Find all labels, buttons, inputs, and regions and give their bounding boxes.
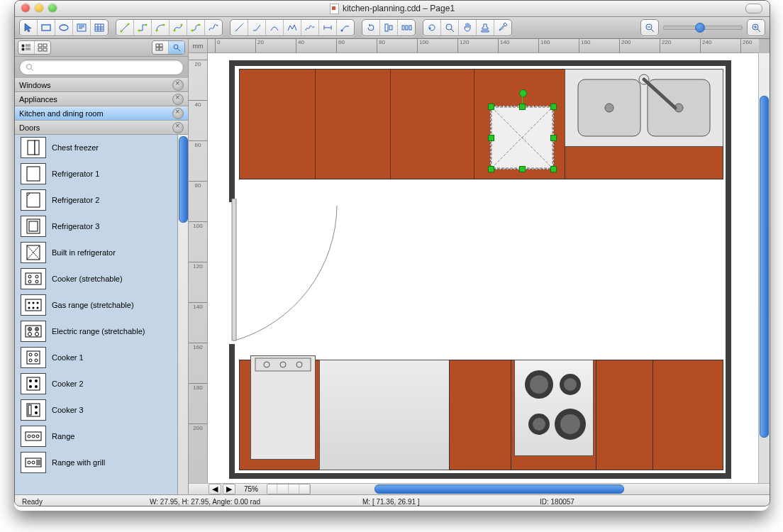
- wall-left-lower[interactable]: [229, 344, 235, 479]
- library-item[interactable]: Refrigerator 1: [15, 161, 177, 187]
- stamp-tool[interactable]: [477, 20, 494, 35]
- wall-right[interactable]: [726, 60, 731, 479]
- library-item[interactable]: Cooker 1: [15, 345, 177, 371]
- appliance-bottom-left[interactable]: [250, 355, 316, 460]
- cabinet-bottom-5[interactable]: [652, 360, 723, 470]
- library-item[interactable]: Chest freezer: [15, 135, 177, 161]
- text-tool[interactable]: [73, 20, 91, 35]
- page-tabs[interactable]: [267, 484, 311, 494]
- library-item[interactable]: Range with grill: [15, 450, 177, 476]
- ellipse-tool[interactable]: [55, 20, 73, 35]
- resize-handle-w[interactable]: [488, 135, 494, 141]
- list-view-icon[interactable]: [18, 41, 35, 54]
- library-scroll-thumb[interactable]: [179, 136, 188, 223]
- resize-handle-n[interactable]: [519, 104, 526, 110]
- large-icons-view-icon[interactable]: [35, 41, 50, 54]
- resize-handle-s[interactable]: [519, 166, 526, 172]
- library-item[interactable]: Gas range (stretchable): [15, 292, 177, 318]
- minimize-button[interactable]: [35, 4, 43, 12]
- smart-connector-tool[interactable]: [134, 20, 152, 35]
- library-item[interactable]: Refrigerator 3: [15, 214, 177, 240]
- wall-bottom[interactable]: [229, 473, 731, 479]
- arc-connector-tool[interactable]: [152, 20, 170, 35]
- prev-page-button[interactable]: ◀: [209, 484, 221, 494]
- category-doors[interactable]: Doors: [15, 121, 188, 135]
- pan-tool[interactable]: [459, 20, 477, 35]
- sink-counter[interactable]: [565, 69, 723, 147]
- library-item[interactable]: Electric range (stretchable): [15, 318, 177, 345]
- eyedropper-tool[interactable]: [494, 20, 511, 35]
- pointer-tool[interactable]: [20, 20, 38, 35]
- library-item[interactable]: Range: [15, 423, 177, 450]
- zoom-out-button[interactable]: [641, 20, 658, 35]
- library-item[interactable]: Cooker 3: [15, 397, 177, 423]
- library-search[interactable]: [19, 60, 184, 75]
- vscroll-thumb[interactable]: [760, 96, 769, 438]
- direct-connector-tool[interactable]: [116, 20, 134, 35]
- wall-left-upper[interactable]: [229, 60, 235, 202]
- close-button[interactable]: [21, 4, 30, 12]
- round-connector-tool[interactable]: [187, 20, 205, 35]
- angled-line-tool[interactable]: [248, 20, 266, 35]
- rotate-tool[interactable]: [362, 20, 380, 35]
- zoom-level-label[interactable]: 75%: [235, 485, 267, 493]
- next-page-button[interactable]: ▶: [223, 484, 235, 494]
- category-appliances[interactable]: Appliances: [15, 92, 188, 106]
- category-kitchen-dining[interactable]: Kitchen and dining room: [15, 106, 188, 121]
- library-view-switch-right[interactable]: [152, 40, 185, 55]
- svg-rect-3: [95, 24, 104, 31]
- canvas-vertical-scrollbar[interactable]: [758, 53, 770, 483]
- library-item[interactable]: Cooker (stretchable): [15, 266, 177, 292]
- hscroll-thumb[interactable]: [374, 484, 624, 494]
- cabinet-bottom-2[interactable]: [449, 360, 512, 470]
- search-view-icon[interactable]: [169, 41, 184, 54]
- window-title: kitchen-planning.cdd – Page1: [15, 4, 770, 14]
- library-item[interactable]: Built in refrigerator: [15, 240, 177, 266]
- selected-object[interactable]: [490, 106, 554, 170]
- counter-bottom-center[interactable]: [319, 360, 450, 470]
- cooktop[interactable]: [514, 360, 594, 456]
- dimension-tool[interactable]: [319, 20, 337, 35]
- bezier-connector-tool[interactable]: [170, 20, 187, 35]
- freehand-tool[interactable]: [301, 20, 319, 35]
- category-windows[interactable]: Windows: [15, 78, 188, 92]
- library-item[interactable]: Cooker 2: [15, 371, 177, 397]
- category-close-icon[interactable]: [172, 122, 184, 133]
- wall-top[interactable]: [229, 60, 731, 66]
- resize-handle-se[interactable]: [550, 166, 557, 172]
- resize-handle-nw[interactable]: [488, 104, 494, 110]
- zoom-in-button[interactable]: [748, 20, 765, 35]
- resize-handle-e[interactable]: [550, 135, 557, 141]
- table-tool[interactable]: [91, 20, 108, 35]
- toolbar-toggle-button[interactable]: [745, 4, 762, 13]
- spline-tool[interactable]: [205, 20, 222, 35]
- door-swing[interactable]: [231, 199, 344, 348]
- library-scrollbar[interactable]: [178, 135, 188, 494]
- category-close-icon[interactable]: [172, 108, 184, 119]
- line-tool[interactable]: [231, 20, 248, 35]
- category-close-icon[interactable]: [172, 94, 184, 105]
- rectangle-tool[interactable]: [38, 20, 55, 35]
- zoom-slider[interactable]: [663, 26, 743, 30]
- resize-handle-ne[interactable]: [550, 104, 557, 110]
- refresh-tool[interactable]: [423, 20, 441, 35]
- library-search-input[interactable]: [38, 62, 177, 72]
- magnify-tool[interactable]: [441, 20, 459, 35]
- arc-tool[interactable]: [266, 20, 284, 35]
- ruler-vertical[interactable]: 20406080100120140160180200: [189, 53, 208, 483]
- zoom-button[interactable]: [48, 4, 57, 12]
- drawing-canvas[interactable]: [208, 53, 758, 483]
- cabinet-bottom-4[interactable]: [596, 360, 654, 470]
- library-item[interactable]: Refrigerator 2: [15, 187, 177, 214]
- category-close-icon[interactable]: [172, 79, 184, 91]
- polyline-tool[interactable]: [284, 20, 301, 35]
- canvas-horizontal-scrollbar[interactable]: [311, 484, 759, 494]
- resize-handle-sw[interactable]: [488, 166, 494, 172]
- distribute-tool[interactable]: [398, 20, 415, 35]
- align-tool[interactable]: [380, 20, 398, 35]
- ruler-horizontal[interactable]: 020406080100120140160180200220240260: [208, 39, 759, 53]
- library-view-switch-left[interactable]: [18, 40, 51, 55]
- grid-view-icon[interactable]: [152, 41, 169, 54]
- leader-tool[interactable]: [337, 20, 354, 35]
- rotation-handle[interactable]: [519, 89, 527, 97]
